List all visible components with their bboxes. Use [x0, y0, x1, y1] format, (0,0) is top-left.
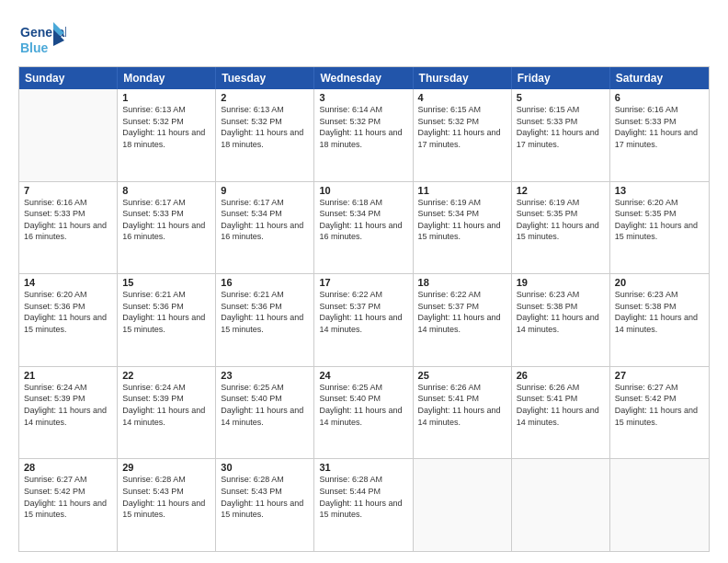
calendar-cell: 12Sunrise: 6:19 AM Sunset: 5:35 PM Dayli…	[512, 182, 610, 274]
svg-text:Blue: Blue	[20, 40, 49, 55]
calendar-cell	[414, 459, 512, 551]
day-info: Sunrise: 6:26 AM Sunset: 5:41 PM Dayligh…	[418, 382, 506, 428]
day-number: 14	[24, 277, 112, 288]
day-info: Sunrise: 6:27 AM Sunset: 5:42 PM Dayligh…	[615, 382, 704, 428]
calendar-cell: 28Sunrise: 6:27 AM Sunset: 5:42 PM Dayli…	[19, 459, 118, 551]
day-info: Sunrise: 6:28 AM Sunset: 5:43 PM Dayligh…	[221, 474, 309, 520]
calendar: SundayMondayTuesdayWednesdayThursdayFrid…	[18, 66, 710, 552]
day-info: Sunrise: 6:28 AM Sunset: 5:43 PM Dayligh…	[122, 474, 210, 520]
calendar-cell: 20Sunrise: 6:23 AM Sunset: 5:38 PM Dayli…	[610, 274, 709, 366]
day-number: 7	[24, 185, 112, 196]
day-number: 5	[517, 92, 605, 103]
calendar-header-saturday: Saturday	[610, 67, 709, 89]
calendar-cell: 23Sunrise: 6:25 AM Sunset: 5:40 PM Dayli…	[216, 367, 314, 459]
day-info: Sunrise: 6:17 AM Sunset: 5:33 PM Dayligh…	[122, 197, 210, 243]
calendar-cell: 26Sunrise: 6:26 AM Sunset: 5:41 PM Dayli…	[512, 367, 610, 459]
day-info: Sunrise: 6:23 AM Sunset: 5:38 PM Dayligh…	[615, 289, 704, 335]
day-info: Sunrise: 6:25 AM Sunset: 5:40 PM Dayligh…	[319, 382, 407, 428]
calendar-cell: 19Sunrise: 6:23 AM Sunset: 5:38 PM Dayli…	[512, 274, 610, 366]
calendar-cell: 7Sunrise: 6:16 AM Sunset: 5:33 PM Daylig…	[19, 182, 118, 274]
day-number: 29	[122, 462, 210, 473]
calendar-cell	[19, 89, 118, 181]
day-number: 13	[615, 185, 704, 196]
calendar-cell: 21Sunrise: 6:24 AM Sunset: 5:39 PM Dayli…	[19, 367, 118, 459]
calendar-cell: 8Sunrise: 6:17 AM Sunset: 5:33 PM Daylig…	[118, 182, 216, 274]
day-number: 12	[517, 185, 605, 196]
calendar-cell: 18Sunrise: 6:22 AM Sunset: 5:37 PM Dayli…	[414, 274, 512, 366]
day-number: 31	[319, 462, 407, 473]
calendar-header-row: SundayMondayTuesdayWednesdayThursdayFrid…	[19, 67, 709, 89]
calendar-cell: 6Sunrise: 6:16 AM Sunset: 5:33 PM Daylig…	[610, 89, 709, 181]
calendar-cell: 15Sunrise: 6:21 AM Sunset: 5:36 PM Dayli…	[118, 274, 216, 366]
day-info: Sunrise: 6:22 AM Sunset: 5:37 PM Dayligh…	[319, 289, 407, 335]
calendar-cell	[610, 459, 709, 551]
day-number: 28	[24, 462, 112, 473]
calendar-cell: 9Sunrise: 6:17 AM Sunset: 5:34 PM Daylig…	[216, 182, 314, 274]
day-number: 19	[517, 277, 605, 288]
calendar-cell: 22Sunrise: 6:24 AM Sunset: 5:39 PM Dayli…	[118, 367, 216, 459]
day-info: Sunrise: 6:15 AM Sunset: 5:32 PM Dayligh…	[418, 104, 506, 150]
calendar-header-monday: Monday	[118, 67, 216, 89]
day-number: 11	[418, 185, 506, 196]
calendar-cell: 3Sunrise: 6:14 AM Sunset: 5:32 PM Daylig…	[314, 89, 413, 181]
day-info: Sunrise: 6:20 AM Sunset: 5:35 PM Dayligh…	[615, 197, 704, 243]
calendar-cell: 10Sunrise: 6:18 AM Sunset: 5:34 PM Dayli…	[314, 182, 413, 274]
header: GeneralBlue	[18, 17, 710, 59]
day-number: 15	[122, 277, 210, 288]
day-info: Sunrise: 6:16 AM Sunset: 5:33 PM Dayligh…	[615, 104, 704, 150]
calendar-cell: 24Sunrise: 6:25 AM Sunset: 5:40 PM Dayli…	[314, 367, 413, 459]
day-info: Sunrise: 6:26 AM Sunset: 5:41 PM Dayligh…	[517, 382, 605, 428]
day-number: 22	[122, 370, 210, 381]
calendar-header-tuesday: Tuesday	[216, 67, 314, 89]
calendar-cell: 25Sunrise: 6:26 AM Sunset: 5:41 PM Dayli…	[414, 367, 512, 459]
day-info: Sunrise: 6:13 AM Sunset: 5:32 PM Dayligh…	[122, 104, 210, 150]
day-info: Sunrise: 6:22 AM Sunset: 5:37 PM Dayligh…	[418, 289, 506, 335]
calendar-week-0: 1Sunrise: 6:13 AM Sunset: 5:32 PM Daylig…	[19, 89, 709, 181]
calendar-cell: 4Sunrise: 6:15 AM Sunset: 5:32 PM Daylig…	[414, 89, 512, 181]
day-number: 21	[24, 370, 112, 381]
day-number: 8	[122, 185, 210, 196]
day-number: 26	[517, 370, 605, 381]
day-info: Sunrise: 6:27 AM Sunset: 5:42 PM Dayligh…	[24, 474, 112, 520]
calendar-cell: 31Sunrise: 6:28 AM Sunset: 5:44 PM Dayli…	[314, 459, 413, 551]
day-info: Sunrise: 6:21 AM Sunset: 5:36 PM Dayligh…	[122, 289, 210, 335]
day-number: 16	[221, 277, 309, 288]
calendar-cell: 17Sunrise: 6:22 AM Sunset: 5:37 PM Dayli…	[314, 274, 413, 366]
day-info: Sunrise: 6:20 AM Sunset: 5:36 PM Dayligh…	[24, 289, 112, 335]
day-number: 2	[221, 92, 309, 103]
day-info: Sunrise: 6:14 AM Sunset: 5:32 PM Dayligh…	[319, 104, 407, 150]
day-info: Sunrise: 6:19 AM Sunset: 5:35 PM Dayligh…	[517, 197, 605, 243]
calendar-cell: 27Sunrise: 6:27 AM Sunset: 5:42 PM Dayli…	[610, 367, 709, 459]
logo: GeneralBlue	[18, 20, 66, 59]
calendar-cell: 14Sunrise: 6:20 AM Sunset: 5:36 PM Dayli…	[19, 274, 118, 366]
day-number: 24	[319, 370, 407, 381]
calendar-header-friday: Friday	[512, 67, 610, 89]
day-info: Sunrise: 6:23 AM Sunset: 5:38 PM Dayligh…	[517, 289, 605, 335]
day-number: 9	[221, 185, 309, 196]
calendar-week-4: 28Sunrise: 6:27 AM Sunset: 5:42 PM Dayli…	[19, 458, 709, 551]
day-info: Sunrise: 6:18 AM Sunset: 5:34 PM Dayligh…	[319, 197, 407, 243]
day-info: Sunrise: 6:25 AM Sunset: 5:40 PM Dayligh…	[221, 382, 309, 428]
page: GeneralBlue SundayMondayTuesdayWednesday…	[0, 0, 728, 563]
calendar-cell: 30Sunrise: 6:28 AM Sunset: 5:43 PM Dayli…	[216, 459, 314, 551]
day-info: Sunrise: 6:16 AM Sunset: 5:33 PM Dayligh…	[24, 197, 112, 243]
calendar-week-2: 14Sunrise: 6:20 AM Sunset: 5:36 PM Dayli…	[19, 273, 709, 366]
day-number: 25	[418, 370, 506, 381]
calendar-cell: 11Sunrise: 6:19 AM Sunset: 5:34 PM Dayli…	[414, 182, 512, 274]
calendar-header-wednesday: Wednesday	[314, 67, 413, 89]
calendar-week-1: 7Sunrise: 6:16 AM Sunset: 5:33 PM Daylig…	[19, 181, 709, 274]
calendar-cell: 29Sunrise: 6:28 AM Sunset: 5:43 PM Dayli…	[118, 459, 216, 551]
day-info: Sunrise: 6:15 AM Sunset: 5:33 PM Dayligh…	[517, 104, 605, 150]
calendar-header-thursday: Thursday	[414, 67, 512, 89]
day-info: Sunrise: 6:28 AM Sunset: 5:44 PM Dayligh…	[319, 474, 407, 520]
day-number: 10	[319, 185, 407, 196]
day-number: 27	[615, 370, 704, 381]
day-number: 3	[319, 92, 407, 103]
calendar-cell: 1Sunrise: 6:13 AM Sunset: 5:32 PM Daylig…	[118, 89, 216, 181]
day-number: 20	[615, 277, 704, 288]
calendar-header-sunday: Sunday	[19, 67, 118, 89]
day-info: Sunrise: 6:17 AM Sunset: 5:34 PM Dayligh…	[221, 197, 309, 243]
day-info: Sunrise: 6:21 AM Sunset: 5:36 PM Dayligh…	[221, 289, 309, 335]
day-number: 4	[418, 92, 506, 103]
calendar-cell: 13Sunrise: 6:20 AM Sunset: 5:35 PM Dayli…	[610, 182, 709, 274]
